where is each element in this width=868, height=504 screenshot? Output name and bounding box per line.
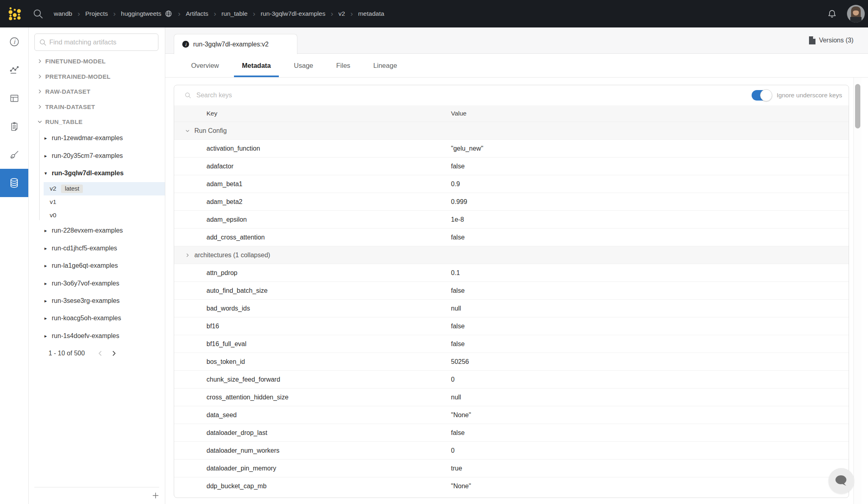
help-chat-button[interactable] [828, 468, 854, 494]
tab-overview[interactable]: Overview [183, 54, 227, 77]
sidebar-version-v0[interactable]: v0 [44, 209, 165, 222]
breadcrumb-item-huggingtweets[interactable]: huggingtweets [121, 10, 173, 18]
search-icon[interactable] [32, 8, 44, 19]
triangle-right-icon: ▸ [44, 315, 48, 321]
charts-icon[interactable] [0, 56, 28, 84]
metadata-row-add-cross-attention: add_cross_attentionfalse [174, 228, 849, 246]
metadata-group-row-architectures-1-collapsed-[interactable]: architectures (1 collapsed) [174, 246, 849, 264]
metadata-value: 0.1 [451, 269, 460, 277]
info-icon[interactable]: i [0, 27, 28, 56]
breadcrumb-item-run-table[interactable]: run_table [221, 10, 248, 17]
breadcrumb-item-wandb[interactable]: wandb [54, 10, 72, 17]
sidebar-run-run-3gqlw7dl-examples[interactable]: ▾run-3gqlw7dl-examples [29, 164, 165, 182]
metadata-row-adam-epsilon: adam_epsilon1e-8 [174, 210, 849, 228]
run-label: run-la1ge6qt-examples [52, 262, 118, 269]
breadcrumb-item-metadata[interactable]: metadata [358, 10, 384, 17]
sidebar-run-run-3sese3rg-examples[interactable]: ▸run-3sese3rg-examples [29, 292, 165, 309]
run-label: run-20y35cm7-examples [52, 152, 123, 160]
sidebar-run-run-cd1jhcf5-examples[interactable]: ▸run-cd1jhcf5-examples [29, 239, 165, 257]
ignore-underscore-label: Ignore underscore keys [777, 92, 842, 99]
triangle-down-icon: ▾ [44, 170, 48, 176]
chevron-right-icon [37, 74, 42, 79]
wandb-logo[interactable] [0, 0, 28, 27]
notifications-bell-icon[interactable] [827, 8, 837, 19]
run-label: run-koacg5oh-examples [52, 315, 121, 322]
reports-icon[interactable] [0, 112, 28, 141]
sidebar-category-pretrained-model[interactable]: PRETRAINED-MODEL [29, 69, 165, 84]
sidebar-run-run-228evxem-examples[interactable]: ▸run-228evxem-examples [29, 222, 165, 239]
metadata-key: dataloader_pin_memory [206, 465, 451, 472]
breadcrumb-label: v2 [339, 10, 345, 17]
group-label: architectures (1 collapsed) [194, 252, 270, 259]
sidebar-run-run-1zewdmar-examples[interactable]: ▸run-1zewdmar-examples [29, 130, 165, 147]
sidebar-category-train-dataset[interactable]: TRAIN-DATASET [29, 99, 165, 115]
ignore-underscore-toggle[interactable] [752, 90, 771, 101]
sidebar-version-v1[interactable]: v1 [44, 195, 165, 209]
sidebar-category-raw-dataset[interactable]: RAW-DATASET [29, 84, 165, 99]
tab-lineage[interactable]: Lineage [365, 54, 405, 77]
metadata-row-bf16-full-eval: bf16_full_evalfalse [174, 335, 849, 353]
chevron-right-icon [37, 89, 42, 94]
sidebar-run-run-3o6y7vof-examples[interactable]: ▸run-3o6y7vof-examples [29, 275, 165, 292]
metadata-key: bad_words_ids [206, 305, 451, 312]
metadata-key: auto_find_batch_size [206, 287, 451, 294]
run-label: run-3o6y7vof-examples [52, 280, 119, 287]
breadcrumb-label: Projects [85, 10, 108, 17]
metadata-value: 0.999 [451, 198, 467, 206]
metadata-key: dataloader_num_workers [206, 447, 451, 454]
metadata-row-dataloader-pin-memory: dataloader_pin_memorytrue [174, 459, 849, 477]
breadcrumb-item-run-3gqlw7dl-examples[interactable]: run-3gqlw7dl-examples [261, 10, 325, 17]
tab-usage[interactable]: Usage [286, 54, 321, 77]
category-label: FINETUNED-MODEL [45, 58, 106, 65]
scrollbar-thumb[interactable] [855, 84, 860, 128]
tab-metadata[interactable]: Metadata [234, 54, 279, 77]
metadata-group-row-run-config[interactable]: Run Config [174, 122, 849, 139]
tab-files[interactable]: Files [328, 54, 358, 77]
chat-bubble-icon [834, 475, 848, 487]
vertical-scrollbar[interactable] [853, 78, 862, 504]
sidebar-category-run-table[interactable]: RUN_TABLE [29, 114, 165, 130]
category-label: RUN_TABLE [45, 118, 82, 125]
metadata-row-activation-function: activation_function"gelu_new" [174, 139, 849, 157]
tables-icon[interactable] [0, 84, 28, 112]
sidebar-version-v2[interactable]: v2latest [44, 182, 165, 195]
metadata-value: null [451, 394, 461, 401]
breadcrumb-item-artifacts[interactable]: Artifacts [186, 10, 209, 17]
breadcrumb-separator-icon: › [253, 10, 255, 17]
metadata-row-ddp-bucket-cap-mb: ddp_bucket_cap_mb"None" [174, 477, 849, 495]
add-artifact-button[interactable] [150, 490, 161, 501]
metadata-key: activation_function [206, 145, 451, 152]
sidebar-run-run-1s4doefv-examples[interactable]: ▸run-1s4doefv-examples [29, 327, 165, 344]
sidebar-run-run-la1ge6qt-examples[interactable]: ▸run-la1ge6qt-examples [29, 257, 165, 274]
run-label: run-3sese3rg-examples [52, 297, 120, 304]
breadcrumb-item-v2[interactable]: v2 [339, 10, 345, 17]
search-icon [184, 92, 192, 99]
metadata-panel: Ignore underscore keys Key Value Run Con… [174, 85, 849, 498]
artifacts-database-icon[interactable] [0, 169, 28, 197]
breadcrumb-separator-icon: › [78, 10, 80, 17]
sidebar-run-run-koacg5oh-examples[interactable]: ▸run-koacg5oh-examples [29, 310, 165, 327]
breadcrumb-item-projects[interactable]: Projects [85, 10, 108, 17]
svg-text:i: i [13, 38, 16, 45]
artifact-sidebar: FINETUNED-MODELPRETRAINED-MODELRAW-DATAS… [29, 27, 165, 504]
user-avatar[interactable] [847, 5, 865, 23]
metadata-key: dataloader_drop_last [206, 429, 451, 437]
chevron-right-icon [37, 104, 42, 109]
metadata-table: Run Configactivation_function"gelu_new"a… [174, 122, 849, 495]
sidebar-run-run-20y35cm7-examples[interactable]: ▸run-20y35cm7-examples [29, 147, 165, 164]
metadata-row-bos-token-id: bos_token_id50256 [174, 353, 849, 370]
sweeps-broom-icon[interactable] [0, 141, 28, 169]
metadata-value: null [451, 305, 461, 312]
sidebar-category-finetuned-model[interactable]: FINETUNED-MODEL [29, 54, 165, 69]
category-label: PRETRAINED-MODEL [45, 73, 110, 80]
metadata-key: adam_epsilon [206, 216, 451, 223]
artifact-search-input[interactable] [49, 38, 158, 46]
triangle-right-icon: ▸ [44, 263, 48, 269]
artifact-pagination: 1 - 10 of 500 [29, 344, 165, 362]
chevron-left-icon [96, 349, 104, 357]
artifact-version-chip[interactable]: i run-3gqlw7dl-examples:v2 [174, 34, 297, 54]
metadata-search-input[interactable] [196, 92, 747, 99]
chevron-right-icon[interactable] [110, 349, 118, 357]
artifact-tree: FINETUNED-MODELPRETRAINED-MODELRAW-DATAS… [29, 54, 165, 362]
versions-button[interactable]: Versions (3) [809, 36, 853, 44]
